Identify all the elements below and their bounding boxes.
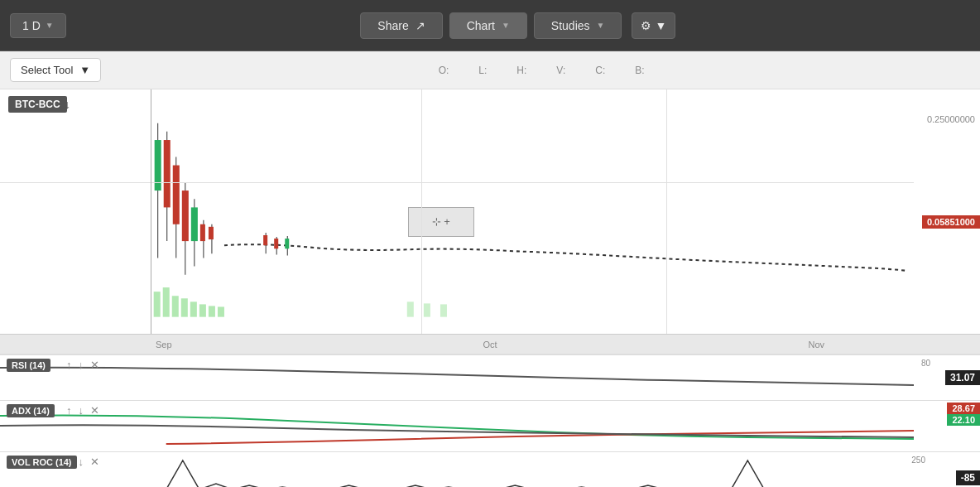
- svg-rect-1: [163, 287, 170, 317]
- close-item: C:: [595, 65, 610, 76]
- svg-rect-12: [155, 140, 161, 190]
- top-toolbar: 1 D ▼ Share ↗ Chart ▼ Studies ▼ ⚙ ▼: [0, 0, 980, 51]
- timeframe-button[interactable]: 1 D ▼: [10, 13, 66, 38]
- high-label: H:: [516, 65, 526, 76]
- svg-rect-9: [424, 303, 430, 316]
- rsi-close-icon[interactable]: ✕: [90, 359, 99, 371]
- settings-button[interactable]: ⚙ ▼: [632, 12, 675, 39]
- adx-value2: 22.10: [947, 414, 980, 426]
- volroc-close-icon[interactable]: ✕: [90, 456, 99, 468]
- rsi-label: RSI (14): [7, 359, 50, 372]
- adx-value1: 28.67: [947, 403, 980, 414]
- svg-rect-0: [154, 292, 161, 317]
- volume-label: V:: [556, 65, 565, 76]
- volroc-chart: [0, 452, 914, 487]
- svg-rect-5: [199, 304, 206, 316]
- bid-item: B:: [635, 65, 649, 76]
- svg-rect-4: [190, 301, 197, 316]
- chart-button[interactable]: Chart ▼: [449, 12, 527, 39]
- high-item: H:: [516, 65, 531, 76]
- select-tool-label: Select Tool: [21, 64, 73, 76]
- svg-rect-20: [191, 207, 198, 241]
- svg-rect-2: [172, 296, 179, 316]
- select-tool-button[interactable]: Select Tool ▼: [10, 58, 101, 82]
- rsi-up-icon[interactable]: ↑: [66, 359, 72, 371]
- svg-rect-3: [181, 298, 188, 316]
- low-item: L:: [478, 65, 492, 76]
- svg-rect-16: [173, 166, 180, 224]
- sub-toolbar: Select Tool ▼ O: L: H: V: C: B:: [0, 51, 980, 89]
- volroc-value: -85: [956, 470, 980, 485]
- x-axis-nov: Nov: [808, 340, 824, 350]
- adx-close-icon[interactable]: ✕: [90, 404, 99, 417]
- x-axis: Sep Oct Nov: [0, 334, 980, 354]
- bid-label: B:: [635, 65, 644, 76]
- svg-rect-26: [263, 235, 267, 245]
- volroc-panel: VOL ROC (14) ↑ ↓ ✕ 250 -85: [0, 451, 980, 487]
- rsi-panel: RSI (14) ↑ ↓ ✕ 80 31.07: [0, 354, 980, 400]
- chevron-down-icon: ▼: [597, 21, 605, 30]
- chevron-down-icon: ▼: [79, 64, 90, 76]
- price-high-label: 0.25000000: [927, 114, 975, 124]
- svg-rect-28: [274, 239, 278, 248]
- current-price-label: 0.05851000: [922, 215, 980, 229]
- chart-label: Chart: [467, 19, 495, 32]
- candlestick-chart: [0, 89, 914, 334]
- studies-container: RSI (14) ↑ ↓ ✕ 80 31.07 ADX (14) ↑ ↓ ✕: [0, 354, 980, 487]
- adx-panel: ADX (14) ↑ ↓ ✕ 28.67 22.10: [0, 400, 980, 451]
- svg-rect-18: [182, 190, 189, 241]
- svg-rect-6: [209, 306, 215, 316]
- volroc-down-icon[interactable]: ↓: [79, 456, 84, 468]
- adx-values: 28.67 22.10: [947, 403, 980, 426]
- studies-label: Studies: [551, 19, 590, 32]
- svg-rect-8: [407, 301, 414, 316]
- svg-rect-10: [440, 304, 447, 316]
- svg-rect-24: [209, 227, 214, 239]
- open-item: O:: [439, 65, 454, 76]
- open-label: O:: [439, 65, 449, 76]
- timeframe-label: 1 D: [22, 19, 41, 32]
- chevron-down-icon: ▼: [655, 19, 666, 32]
- chevron-down-icon: ▼: [46, 21, 54, 30]
- ohlcv-info: O: L: H: V: C: B:: [118, 65, 970, 76]
- chevron-down-icon: ▼: [502, 21, 510, 30]
- rsi-chart: [0, 355, 914, 400]
- rsi-down-icon[interactable]: ↓: [79, 359, 84, 371]
- adx-label: ADX (14): [7, 404, 55, 417]
- share-button[interactable]: Share ↗: [360, 12, 442, 39]
- svg-rect-30: [285, 239, 289, 248]
- volroc-up-icon[interactable]: ↑: [66, 456, 72, 468]
- toolbar-center: Share ↗ Chart ▼ Studies ▼ ⚙ ▼: [66, 12, 970, 39]
- x-axis-oct: Oct: [483, 340, 497, 350]
- adx-controls: ↑ ↓ ✕: [66, 404, 99, 417]
- share-label: Share: [377, 19, 408, 32]
- svg-rect-7: [218, 306, 224, 316]
- main-chart[interactable]: BTC-BCC ↓ 0.25000000: [0, 89, 980, 354]
- adx-up-icon[interactable]: ↑: [66, 404, 72, 417]
- svg-rect-14: [164, 140, 171, 207]
- svg-rect-22: [200, 224, 205, 241]
- rsi-value: 31.07: [945, 370, 980, 385]
- low-label: L:: [478, 65, 487, 76]
- volroc-controls: ↑ ↓ ✕: [66, 456, 99, 468]
- volume-item: V:: [556, 65, 570, 76]
- close-label: C:: [595, 65, 605, 76]
- rsi-controls: ↑ ↓ ✕: [66, 359, 99, 371]
- x-axis-sep: Sep: [156, 340, 172, 350]
- adx-chart: [0, 401, 914, 451]
- adx-down-icon[interactable]: ↓: [79, 404, 84, 417]
- share-icon: ↗: [416, 19, 425, 32]
- studies-button[interactable]: Studies ▼: [534, 12, 622, 39]
- gear-icon: ⚙: [641, 19, 651, 32]
- rsi-scale-top: 80: [921, 359, 930, 368]
